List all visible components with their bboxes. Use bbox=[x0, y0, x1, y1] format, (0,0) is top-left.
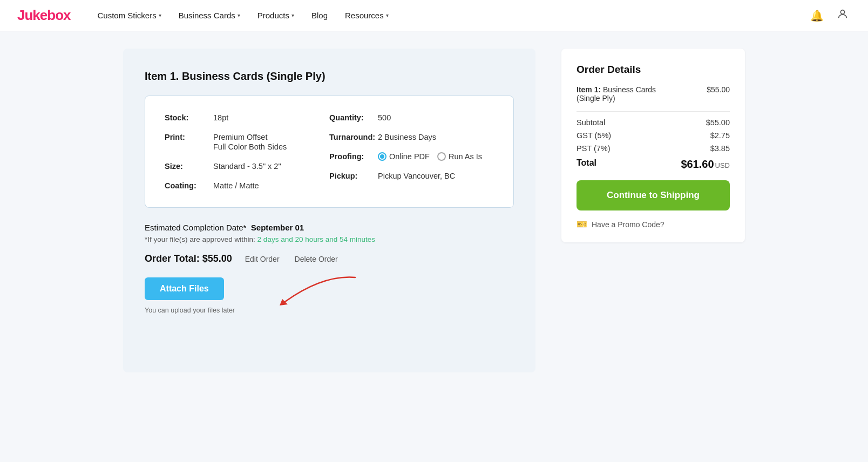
attach-section: Attach Files You can upload your files l… bbox=[145, 277, 514, 314]
proofing-radio-group: Online PDF Run As Is bbox=[378, 152, 482, 161]
navbar: Jukebox Custom Stickers ▾ Business Cards… bbox=[0, 0, 868, 31]
bell-icon[interactable]: 🔔 bbox=[808, 7, 826, 24]
turnaround-label: Turnaround: bbox=[329, 133, 378, 141]
order-line-price: $55.00 bbox=[707, 85, 730, 94]
radio-online-pdf-indicator bbox=[378, 152, 386, 161]
radio-run-as-is-indicator bbox=[437, 152, 446, 161]
main-content: Item 1. Business Cards (Single Ply) Stoc… bbox=[123, 49, 535, 372]
stock-label: Stock: bbox=[165, 113, 213, 122]
chevron-down-icon: ▾ bbox=[386, 12, 389, 18]
details-grid: Stock: 18pt Print: Premium Offset Full C… bbox=[165, 113, 494, 190]
subtotal-section: Subtotal $55.00 GST (5%) $2.75 PST (7%) … bbox=[577, 118, 730, 171]
quantity-value: 500 bbox=[378, 113, 391, 122]
attach-note: You can upload your files later bbox=[145, 307, 514, 314]
nav-item-products[interactable]: Products ▾ bbox=[250, 6, 302, 24]
pickup-value: Pickup Vancouver, BC bbox=[378, 172, 455, 180]
delete-order-button[interactable]: Delete Order bbox=[293, 254, 340, 264]
user-icon[interactable] bbox=[835, 6, 851, 25]
pickup-label: Pickup: bbox=[329, 172, 378, 180]
turnaround-value: 2 Business Days bbox=[378, 133, 436, 141]
print-value: Premium Offset Full Color Both Sides bbox=[213, 133, 287, 151]
print-label: Print: bbox=[165, 133, 213, 141]
promo-code-link[interactable]: 🎫 Have a Promo Code? bbox=[577, 219, 730, 229]
coating-value: Matte / Matte bbox=[213, 181, 259, 190]
nav-links: Custom Stickers ▾ Business Cards ▾ Produ… bbox=[90, 6, 809, 24]
quantity-label: Quantity: bbox=[329, 113, 378, 122]
svg-marker-1 bbox=[280, 299, 288, 305]
completion-date-value: September 01 bbox=[251, 223, 304, 232]
size-value: Standard - 3.5" x 2" bbox=[213, 162, 281, 171]
coating-row: Coating: Matte / Matte bbox=[165, 181, 329, 190]
nav-item-business-cards[interactable]: Business Cards ▾ bbox=[171, 6, 248, 24]
order-line-item: Item 1: Business Cards(Single Ply) $55.0… bbox=[577, 85, 730, 112]
total-amount: $61.60USD bbox=[681, 158, 730, 171]
completion-note: *If your file(s) are approved within: 2 … bbox=[145, 235, 514, 243]
subtotal-row: Subtotal $55.00 bbox=[577, 118, 730, 127]
proofing-online-pdf[interactable]: Online PDF bbox=[378, 152, 430, 161]
logo[interactable]: Jukebox bbox=[17, 7, 71, 24]
proofing-row: Proofing: Online PDF Run As Is bbox=[329, 152, 494, 161]
completion-highlight: 2 days and 20 hours and 54 minutes bbox=[257, 235, 375, 243]
edit-order-button[interactable]: Edit Order bbox=[243, 254, 282, 264]
order-total-row: Order Total: $55.00 Edit Order Delete Or… bbox=[145, 253, 514, 264]
chevron-down-icon: ▾ bbox=[291, 12, 294, 18]
sidebar: Order Details Item 1: Business Cards(Sin… bbox=[561, 49, 745, 242]
item-title: Item 1. Business Cards (Single Ply) bbox=[145, 70, 514, 83]
order-total-text: Order Total: $55.00 bbox=[145, 253, 232, 264]
svg-point-0 bbox=[840, 10, 844, 14]
order-details-card: Order Details Item 1: Business Cards(Sin… bbox=[561, 49, 745, 242]
nav-item-blog[interactable]: Blog bbox=[304, 6, 335, 24]
continue-to-shipping-button[interactable]: Continue to Shipping bbox=[577, 180, 730, 210]
proofing-run-as-is[interactable]: Run As Is bbox=[437, 152, 482, 161]
total-row: Total $61.60USD bbox=[577, 158, 730, 171]
page-wrapper: Item 1. Business Cards (Single Ply) Stoc… bbox=[110, 31, 758, 390]
stock-row: Stock: 18pt bbox=[165, 113, 329, 122]
completion-section: Estimated Completion Date* September 01 … bbox=[145, 223, 514, 243]
order-details-title: Order Details bbox=[577, 64, 730, 76]
print-row: Print: Premium Offset Full Color Both Si… bbox=[165, 133, 329, 151]
chevron-down-icon: ▾ bbox=[159, 12, 161, 18]
coating-label: Coating: bbox=[165, 181, 213, 190]
attach-row: Attach Files bbox=[145, 277, 514, 300]
stock-value: 18pt bbox=[213, 113, 228, 122]
nav-item-custom-stickers[interactable]: Custom Stickers ▾ bbox=[90, 6, 169, 24]
size-row: Size: Standard - 3.5" x 2" bbox=[165, 162, 329, 171]
pst-row: PST (7%) $3.85 bbox=[577, 144, 730, 153]
size-label: Size: bbox=[165, 162, 213, 171]
details-left: Stock: 18pt Print: Premium Offset Full C… bbox=[165, 113, 329, 190]
arrow-annotation bbox=[242, 272, 361, 311]
product-details-card: Stock: 18pt Print: Premium Offset Full C… bbox=[145, 96, 514, 208]
promo-icon: 🎫 bbox=[577, 219, 587, 229]
turnaround-row: Turnaround: 2 Business Days bbox=[329, 133, 494, 141]
nav-right: 🔔 bbox=[808, 6, 851, 25]
attach-files-button[interactable]: Attach Files bbox=[145, 277, 224, 300]
details-right: Quantity: 500 Turnaround: 2 Business Day… bbox=[329, 113, 494, 190]
proofing-label: Proofing: bbox=[329, 152, 378, 161]
quantity-row: Quantity: 500 bbox=[329, 113, 494, 122]
chevron-down-icon: ▾ bbox=[238, 12, 240, 18]
pickup-row: Pickup: Pickup Vancouver, BC bbox=[329, 172, 494, 180]
gst-row: GST (5%) $2.75 bbox=[577, 131, 730, 140]
nav-item-resources[interactable]: Resources ▾ bbox=[337, 6, 396, 24]
completion-date: Estimated Completion Date* September 01 bbox=[145, 223, 514, 232]
order-line-label: Item 1: Business Cards(Single Ply) bbox=[577, 85, 656, 103]
